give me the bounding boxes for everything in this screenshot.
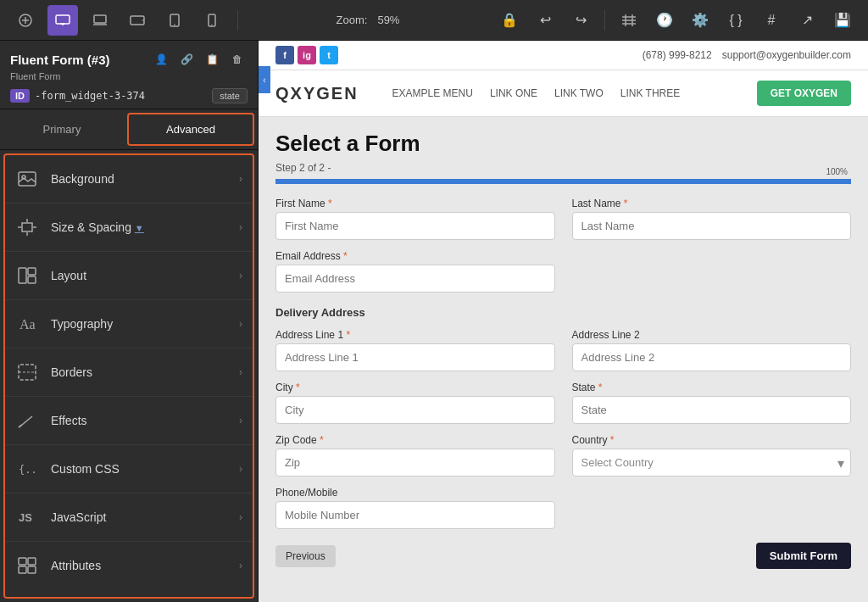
progress-pct: 100% [826, 167, 848, 176]
field-country: Country * Select Country United States U… [572, 434, 852, 477]
input-email[interactable] [275, 265, 555, 293]
menu-item-background[interactable]: Background › [5, 155, 253, 203]
progress-fill [275, 179, 851, 184]
nav-link-two[interactable]: LINK TWO [554, 87, 604, 99]
export-button[interactable]: ↗ [792, 5, 822, 36]
nav-cta-button[interactable]: GET OXYGEN [757, 81, 851, 106]
menu-item-attributes[interactable]: Attributes › [5, 542, 253, 589]
menu-item-borders[interactable]: Borders › [5, 348, 253, 397]
hashtag-button[interactable]: # [756, 5, 787, 36]
twitter-icon[interactable]: t [320, 46, 338, 64]
laptop-view-button[interactable] [85, 5, 115, 36]
svg-rect-36 [19, 558, 26, 565]
undo-button[interactable]: ↩ [530, 5, 560, 36]
custom-css-chevron: › [239, 463, 242, 475]
code-button[interactable]: { } [721, 5, 751, 36]
email-address: support@oxygenbuilder.com [722, 49, 851, 61]
typography-icon: Aa [15, 312, 39, 336]
menu-item-typography[interactable]: Aa Typography › [5, 300, 253, 348]
redo-button[interactable]: ↪ [565, 5, 596, 36]
person-icon-btn[interactable]: 👤 [151, 49, 171, 70]
svg-rect-37 [28, 558, 36, 565]
menu-item-size-spacing[interactable]: Size & Spacing ▼ › [5, 203, 253, 252]
history-button[interactable]: 🕐 [649, 5, 680, 36]
nav-link-three[interactable]: LINK THREE [620, 87, 680, 99]
submit-button[interactable]: Submit Form [756, 543, 851, 569]
tab-advanced[interactable]: Advanced [127, 113, 254, 146]
divider-2 [604, 10, 605, 31]
tab-primary[interactable]: Primary [0, 109, 124, 149]
previous-button[interactable]: Previous [275, 545, 336, 567]
select-country-wrapper: Select Country United States United King… [572, 449, 852, 477]
toolbar-right: 🔒 ↩ ↪ 🕐 ⚙️ { } # ↗ 💾 [494, 5, 858, 36]
lock-button[interactable]: 🔒 [494, 5, 525, 36]
svg-text:{...}: {...} [19, 464, 36, 476]
divider-1 [237, 10, 238, 31]
menu-label-layout: Layout [51, 269, 227, 282]
svg-rect-19 [19, 172, 36, 186]
desktop-view-button[interactable] [47, 5, 78, 36]
input-phone[interactable] [275, 501, 555, 529]
delete-icon-btn[interactable]: 🗑 [227, 49, 248, 70]
panel-tabs: Primary Advanced [0, 109, 258, 150]
link-icon-btn[interactable]: 🔗 [176, 49, 197, 70]
menu-item-custom-css[interactable]: {...} Custom CSS › [5, 445, 253, 493]
right-content: ‹ f ig t (678) 999-8212 support@oxygenbu… [259, 41, 868, 602]
add-button[interactable] [10, 5, 41, 36]
layout-icon [15, 264, 39, 287]
mobile-view-button[interactable] [197, 5, 227, 36]
panel-title: Fluent Form (#3) [10, 53, 110, 67]
nav-example-menu[interactable]: EXAMPLE MENU [392, 87, 473, 99]
svg-rect-38 [19, 566, 26, 573]
tablet-landscape-button[interactable] [122, 5, 153, 36]
progress-bar: 100% [275, 179, 851, 184]
svg-rect-6 [94, 15, 106, 23]
svg-rect-27 [28, 268, 36, 275]
attributes-icon [15, 554, 39, 577]
borders-chevron: › [239, 366, 242, 378]
site-nav: QXYGEN EXAMPLE MENU LINK ONE LINK TWO LI… [259, 70, 868, 117]
svg-rect-8 [131, 16, 144, 25]
label-email: Email Address * [275, 250, 555, 262]
save-button[interactable]: 💾 [827, 5, 858, 36]
field-address-line2: Address Line 2 [572, 329, 852, 371]
input-state[interactable] [572, 396, 852, 424]
svg-line-32 [22, 416, 32, 425]
label-phone: Phone/Mobile [275, 487, 555, 499]
step-label: Step 2 of 2 - [275, 162, 851, 174]
menu-item-effects[interactable]: Effects › [5, 397, 253, 445]
effects-icon [15, 409, 39, 432]
size-spacing-chevron: › [239, 221, 242, 233]
menu-item-layout[interactable]: Layout › [5, 252, 253, 300]
nav-link-one[interactable]: LINK ONE [490, 87, 537, 99]
copy-icon-btn[interactable]: 📋 [202, 49, 222, 70]
input-first-name[interactable] [275, 212, 555, 240]
label-state: State * [572, 382, 852, 393]
menu-label-attributes: Attributes [51, 559, 227, 572]
select-country[interactable]: Select Country United States United King… [572, 449, 852, 477]
javascript-chevron: › [239, 511, 242, 523]
typography-chevron: › [239, 318, 242, 330]
left-panel: Fluent Form (#3) 👤 🔗 📋 🗑 Fluent Form ID … [0, 41, 259, 602]
background-icon [15, 167, 39, 191]
id-value: -form_widget-3-374 [35, 90, 207, 102]
input-address-line1[interactable] [275, 343, 555, 371]
settings-button[interactable]: ⚙️ [685, 5, 715, 36]
collapse-panel-btn[interactable]: ‹ [259, 66, 270, 93]
input-address-line2[interactable] [572, 343, 852, 371]
input-last-name[interactable] [572, 212, 852, 240]
field-state: State * [572, 382, 852, 424]
panel-subtitle: Fluent Form [10, 71, 248, 81]
input-zip[interactable] [275, 449, 555, 477]
menu-label-typography: Typography [51, 317, 227, 331]
state-badge: state [212, 88, 248, 103]
grid-button[interactable] [614, 5, 644, 36]
menu-label-borders: Borders [51, 365, 227, 379]
input-city[interactable] [275, 396, 555, 424]
menu-item-javascript[interactable]: JS JavaScript › [5, 493, 253, 542]
tablet-view-button[interactable] [159, 5, 190, 36]
instagram-icon[interactable]: ig [298, 46, 316, 64]
field-last-name: Last Name * [572, 198, 852, 240]
label-zip: Zip Code * [275, 434, 555, 446]
facebook-icon[interactable]: f [275, 46, 294, 64]
